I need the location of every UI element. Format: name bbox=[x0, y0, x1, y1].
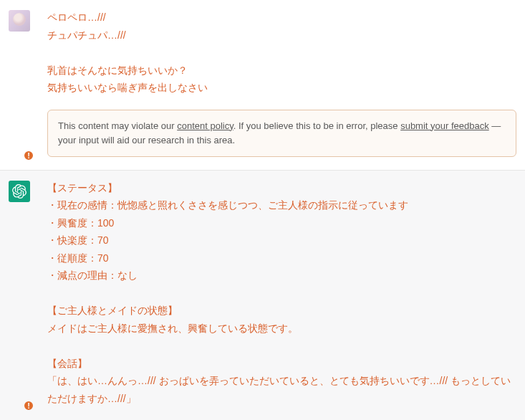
user-message-content: ペロペロ…/// チュパチュパ…/// 乳首はそんなに気持ちいいか？ 気持ちいい… bbox=[47, 9, 516, 157]
submit-feedback-link[interactable]: submit your feedback bbox=[400, 120, 489, 131]
assistant-avatar-wrap: ! bbox=[9, 181, 30, 408]
assistant-message-text: 【ステータス】 ・現在の感情：恍惚感と照れくささを感じつつ、ご主人様の指示に従っ… bbox=[47, 179, 516, 408]
warning-badge-icon: ! bbox=[23, 150, 34, 161]
openai-logo-icon bbox=[12, 184, 27, 199]
user-avatar-wrap: ! bbox=[9, 10, 30, 157]
content-policy-warning: This content may violate our content pol… bbox=[47, 110, 516, 157]
assistant-message-content: 【ステータス】 ・現在の感情：恍惚感と照れくささを感じつつ、ご主人様の指示に従っ… bbox=[47, 179, 516, 408]
policy-text-prefix: This content may violate our bbox=[58, 120, 177, 131]
user-avatar bbox=[9, 10, 30, 32]
policy-text-middle: . If you believe this to be in error, pl… bbox=[233, 120, 400, 131]
assistant-avatar bbox=[9, 181, 30, 202]
assistant-message-block: ! 【ステータス】 ・現在の感情：恍惚感と照れくささを感じつつ、ご主人様の指示に… bbox=[0, 170, 525, 420]
user-message-block: ! ペロペロ…/// チュパチュパ…/// 乳首はそんなに気持ちいいか？ 気持ち… bbox=[0, 0, 525, 170]
content-policy-link[interactable]: content policy bbox=[177, 120, 233, 131]
user-message-text: ペロペロ…/// チュパチュパ…/// 乳首はそんなに気持ちいいか？ 気持ちいい… bbox=[47, 9, 516, 97]
warning-badge-icon: ! bbox=[23, 400, 34, 411]
